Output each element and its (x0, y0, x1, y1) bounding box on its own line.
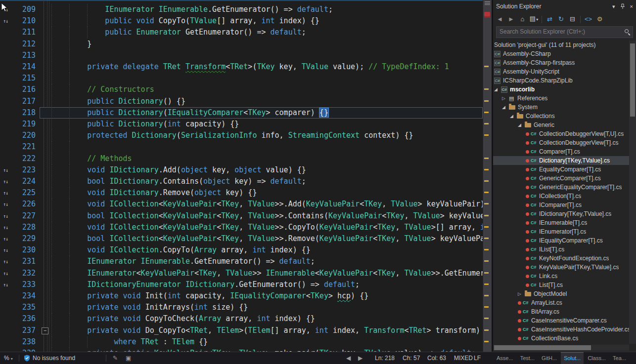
collapse-arrow-icon[interactable]: ◢ (518, 121, 525, 129)
line-number[interactable]: 226 (10, 199, 36, 210)
tree-item-arraylist-cs[interactable]: C#ArrayList.cs (493, 298, 629, 307)
editor-scrollbar[interactable] (483, 0, 492, 352)
tree-item-solution-project-gui-11-of-11-projects[interactable]: Solution 'project-gui' (11 of 11 project… (493, 40, 629, 49)
nav-next-icon[interactable]: ▶ (358, 352, 363, 364)
override-implement-icon[interactable]: ↑↓ (1, 164, 10, 176)
tree-item-keyvaluepair-tkey-tvalue-cs[interactable]: C#KeyValuePair[TKey,TValue].cs (493, 263, 629, 272)
tree-item-list-t-cs[interactable]: C#List[T].cs (493, 281, 629, 289)
tree-item-assembly-csharp[interactable]: C#Assembly-CSharp (493, 49, 629, 58)
tree-item-collections[interactable]: ◢Collections (493, 112, 629, 121)
tree-item-collectionbase-cs[interactable]: C#CollectionBase.cs (493, 334, 629, 343)
window-position-icon[interactable]: ▾ (612, 0, 615, 13)
code-line[interactable]: 220protected Dictionary(SerializationInf… (0, 130, 483, 141)
tree-item-comparer-t-cs[interactable]: C#Comparer[T].cs (493, 147, 629, 156)
line-number[interactable]: 225 (10, 187, 36, 199)
home-button-icon[interactable]: ⌂ (517, 14, 528, 25)
line-number[interactable]: 216 (10, 84, 36, 95)
tree-item-icollection-t-cs[interactable]: C#ICollection[T].cs (493, 192, 629, 201)
tool-window-tab-test[interactable]: Test... (517, 352, 538, 364)
tree-item-ienumerator-t-cs[interactable]: C#IEnumerator[T].cs (493, 227, 629, 236)
tree-item-keynotfoundexception-cs[interactable]: C#KeyNotFoundException.cs (493, 254, 629, 263)
tree-item-icomparer-t-cs[interactable]: C#IComparer[T].cs (493, 201, 629, 209)
code-line[interactable]: ↑↓223void IDictionary.Add(object key, ob… (0, 164, 483, 176)
tree-item-assembly-unityscript[interactable]: C#Assembly-UnityScript (493, 67, 629, 76)
refresh-button-icon[interactable]: ↻ (556, 14, 566, 25)
fold-collapse-icon[interactable]: − (42, 327, 48, 334)
code-line[interactable]: 213 (0, 50, 483, 61)
expand-arrow-icon[interactable]: ▷ (502, 94, 509, 103)
line-number[interactable]: 232 (10, 268, 36, 279)
code-line[interactable]: 216// Constructors (0, 84, 483, 95)
override-implement-icon[interactable]: ↑↓ (1, 268, 10, 279)
tree-item-bitarray-cs[interactable]: C#BitArray.cs (493, 307, 629, 316)
sync-with-active-document-button-icon[interactable]: ⇄ (545, 14, 555, 25)
back-button-icon[interactable]: ◄ (495, 14, 505, 25)
tree-item-assembly-csharp-firstpass[interactable]: C#Assembly-CSharp-firstpass (493, 58, 629, 67)
override-implement-icon[interactable]: ↑↓ (1, 233, 10, 244)
tree-vertical-scrollbar[interactable] (629, 40, 636, 344)
code-line[interactable]: 218public Dictionary(IEqualityComparer<T… (0, 107, 483, 119)
line-number[interactable]: 229 (10, 233, 36, 244)
line-number[interactable]: 223 (10, 164, 36, 176)
tree-item-genericequalitycomparer-t-cs[interactable]: C#GenericEqualityComparer[T].cs (493, 183, 629, 192)
tree-item-objectmodel[interactable]: ▷ObjectModel (493, 289, 629, 298)
tree-item-generic[interactable]: ◢Generic (493, 121, 629, 129)
tool-window-tab-solut[interactable]: Solut... (561, 352, 584, 364)
line-number[interactable]: 220 (10, 130, 36, 141)
code-line[interactable]: ↑↓233IDictionaryEnumerator IDictionary.G… (0, 279, 483, 290)
tree-item-collectiondebuggerview-t-u-cs[interactable]: C#CollectionDebuggerView[T,U].cs (493, 129, 629, 138)
line-number[interactable]: 222 (10, 153, 36, 164)
collapse-arrow-icon[interactable]: ◢ (494, 85, 501, 94)
switch-views-button-icon[interactable]: ▤▾ (529, 13, 539, 25)
line-number[interactable]: 234 (10, 290, 36, 302)
tool-window-tab-gith[interactable]: GitH... (539, 352, 560, 364)
tree-item-references[interactable]: ▷▤References (493, 94, 629, 103)
collapse-arrow-icon[interactable]: ◢ (502, 103, 509, 112)
line-number[interactable]: 236 (10, 313, 36, 324)
line-number[interactable]: 233 (10, 279, 36, 290)
line-number[interactable]: 237 (10, 325, 36, 336)
line-number[interactable]: 238 (10, 336, 36, 348)
code-line[interactable]: ↑↓227bool ICollection<KeyValuePair<TKey,… (0, 210, 483, 222)
override-implement-icon[interactable]: ↑↓ (1, 176, 10, 187)
tree-horizontal-scrollbar[interactable] (493, 345, 629, 351)
code-line[interactable]: 222// Methods (0, 153, 483, 164)
split-editor-handle[interactable] (485, 1, 490, 6)
expand-arrow-icon[interactable]: ▷ (518, 289, 525, 298)
tree-item-equalitycomparer-t-cs[interactable]: C#EqualityComparer[T].cs (493, 165, 629, 174)
code-line[interactable]: ↑↓225void IDictionary.Remove(object key)… (0, 187, 483, 199)
code-line[interactable]: ↑↓228void ICollection<KeyValuePair<TKey,… (0, 222, 483, 233)
code-line[interactable]: 236private void CopyToCheck(Array array,… (0, 313, 483, 324)
tree-item-idictionary-tkey-tvalue-cs[interactable]: C#IDictionary[TKey,TValue].cs (493, 209, 629, 218)
line-number[interactable]: 230 (10, 244, 36, 256)
line-number[interactable]: 212 (10, 39, 36, 50)
code-line[interactable]: 211public Enumerator GetEnumerator() => … (0, 27, 483, 38)
line-number[interactable]: 224 (10, 176, 36, 187)
line-number[interactable]: 235 (10, 302, 36, 313)
search-box[interactable] (496, 26, 633, 38)
override-implement-icon[interactable]: ↑↓ (1, 210, 10, 222)
line-number[interactable]: 213 (10, 50, 36, 61)
line-number[interactable]: 227 (10, 210, 36, 222)
tree-item-icsharpcode-sharpziplib[interactable]: C#ICSharpCode.SharpZipLib (493, 76, 629, 85)
line-number[interactable]: 219 (10, 119, 36, 130)
tree-item-genericcomparer-t-cs[interactable]: C#GenericComparer[T].cs (493, 174, 629, 183)
override-implement-icon[interactable]: ↑↓ (1, 244, 10, 256)
code-line[interactable]: 219public Dictionary(int capacity) {} (0, 119, 483, 130)
issues-status[interactable]: No issues found (33, 352, 75, 364)
tool-window-tab-class[interactable]: Class... (585, 352, 609, 364)
pencil-icon[interactable]: ✎ (113, 352, 118, 364)
line-number[interactable]: 228 (10, 222, 36, 233)
line-number[interactable]: 209 (10, 4, 36, 15)
code-line[interactable]: 214private delegate TRet Transform<TRet>… (0, 61, 483, 73)
override-implement-icon[interactable]: ↑↓ (1, 15, 10, 27)
code-line[interactable]: 217public Dictionary() {} (0, 96, 483, 107)
forward-button-icon[interactable]: ► (506, 14, 516, 25)
code-line[interactable]: 235private void InitArrays(int size) {} (0, 302, 483, 313)
aux-status-icon[interactable]: ▣ (126, 352, 131, 364)
override-implement-icon[interactable]: ↑↓ (1, 256, 10, 267)
override-implement-icon[interactable]: ↑↓ (1, 222, 10, 233)
code-line[interactable]: ↑↓232IEnumerator<KeyValuePair<TKey, TVal… (0, 268, 483, 279)
code-line[interactable]: 215 (0, 73, 483, 84)
search-input[interactable] (497, 27, 633, 37)
